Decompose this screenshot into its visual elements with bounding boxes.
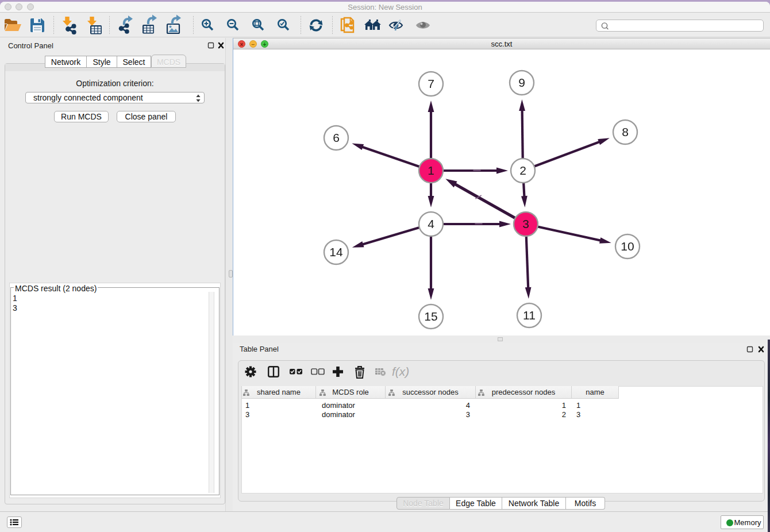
svg-text:14: 14 [329,245,343,259]
svg-text:f(x): f(x) [392,365,409,378]
svg-text:8: 8 [622,125,629,138]
svg-text:11: 11 [523,309,536,322]
svg-text:9: 9 [518,76,525,89]
svg-text:6: 6 [333,131,340,144]
svg-text:10: 10 [621,240,634,253]
svg-text:4: 4 [428,217,434,230]
svg-text:3: 3 [522,217,529,230]
svg-text:2: 2 [519,164,526,177]
svg-text:1: 1 [428,164,434,177]
svg-text:7: 7 [428,77,434,90]
svg-text:15: 15 [424,310,437,323]
